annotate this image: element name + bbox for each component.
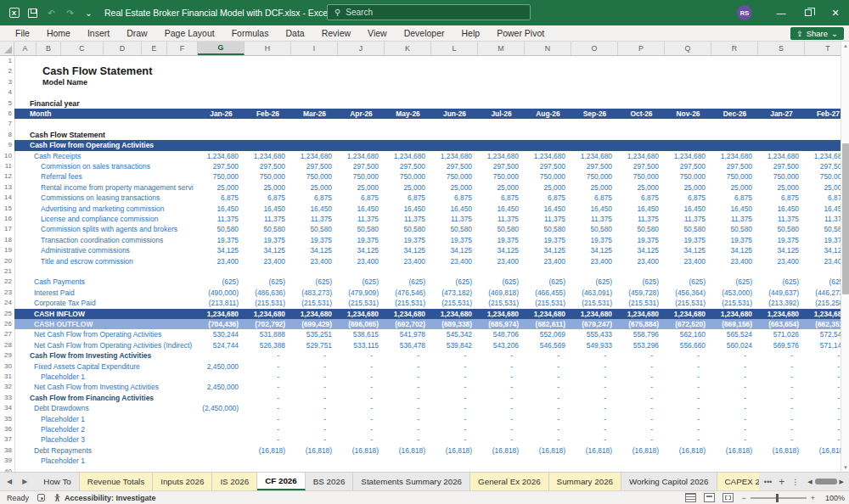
cell[interactable]: (692,702) — [385, 319, 431, 329]
cell[interactable]: - — [431, 382, 478, 392]
column-header-A[interactable]: A — [14, 42, 37, 55]
row-number-11[interactable]: 11 — [0, 161, 12, 171]
row-label[interactable]: Net Cash Flow from Investing Activities — [34, 382, 216, 392]
cell[interactable]: 1,234,680 — [431, 151, 478, 161]
cell[interactable]: 539,842 — [431, 340, 478, 350]
cell[interactable]: 750,000 — [198, 171, 245, 182]
row-label[interactable]: Placeholder 1 — [41, 456, 222, 466]
row-label[interactable]: Placeholder 2 — [41, 424, 222, 434]
row-number-4[interactable]: 4 — [0, 87, 12, 98]
hscroll-right-icon[interactable]: ▶ — [840, 479, 844, 485]
cell[interactable]: (476,546) — [385, 288, 431, 298]
cell[interactable]: 50,580 — [571, 224, 618, 234]
cell[interactable]: 50,580 — [245, 224, 291, 234]
column-header-E[interactable]: E — [142, 42, 167, 55]
tab-splitter-handle[interactable]: ⋮ — [791, 478, 799, 486]
row-label[interactable]: Fixed Assets Capital Expenditure — [34, 361, 216, 372]
row-number-32[interactable]: 32 — [0, 382, 12, 392]
row-label[interactable]: Advertising and marketing commission — [41, 204, 222, 214]
cell[interactable]: (685,974) — [478, 319, 525, 329]
cell[interactable]: 546,569 — [525, 340, 571, 350]
avatar[interactable]: RS — [737, 5, 752, 20]
cell[interactable]: 1,234,680 — [525, 309, 571, 319]
cell[interactable]: 19,375 — [338, 235, 385, 245]
cell[interactable]: Mar-26 — [291, 109, 338, 119]
row-number-17[interactable]: 17 — [0, 224, 12, 234]
cell[interactable]: 11,375 — [711, 214, 758, 224]
ribbon-tab-home[interactable]: Home — [38, 25, 79, 42]
more-sheets-button[interactable]: ••• — [764, 478, 772, 486]
row-label[interactable]: Placeholder 1 — [41, 372, 222, 382]
cell[interactable]: 25,000 — [478, 182, 525, 193]
cell[interactable]: - — [711, 434, 758, 445]
row-label[interactable]: Cash Receipts — [34, 151, 216, 161]
cell[interactable]: (449,637) — [758, 288, 805, 298]
cell[interactable]: 6,875 — [385, 193, 431, 203]
cell[interactable]: Sep-26 — [571, 109, 618, 119]
cell[interactable]: 1,234,680 — [385, 151, 431, 161]
cell[interactable]: Jan-26 — [198, 109, 245, 119]
cell[interactable]: 2,450,000 — [198, 361, 245, 372]
row-number-24[interactable]: 24 — [0, 298, 12, 308]
cell[interactable]: 19,375 — [478, 235, 525, 245]
cell[interactable]: - — [571, 393, 618, 403]
cell[interactable]: - — [665, 424, 711, 434]
cell[interactable]: 560,024 — [711, 340, 758, 350]
cell[interactable]: - — [525, 414, 571, 424]
cell[interactable]: (625) — [245, 277, 291, 287]
restore-button[interactable] — [795, 0, 822, 25]
cell[interactable]: (625) — [665, 277, 711, 287]
cell[interactable]: 1,234,680 — [571, 309, 618, 319]
row-number-9[interactable]: 9 — [0, 140, 12, 150]
cell[interactable]: 1,234,680 — [711, 151, 758, 161]
cell[interactable]: - — [291, 434, 338, 445]
sheet-nav-left-icon[interactable]: ◀ — [7, 478, 12, 485]
cell[interactable]: - — [711, 424, 758, 434]
cell[interactable]: 750,000 — [758, 171, 805, 182]
cell[interactable]: - — [618, 424, 665, 434]
cell[interactable]: 19,375 — [245, 235, 291, 245]
cell[interactable]: 19,375 — [431, 235, 478, 245]
row-label[interactable]: Model Name — [42, 77, 224, 87]
ribbon-tab-view[interactable]: View — [359, 25, 396, 42]
cell[interactable]: 1,234,680 — [198, 309, 245, 319]
cell[interactable]: - — [618, 434, 665, 445]
vscroll-thumb[interactable] — [842, 143, 849, 294]
cell[interactable]: - — [338, 424, 385, 434]
cell[interactable]: 297,500 — [431, 161, 478, 171]
column-header-P[interactable]: P — [618, 42, 665, 55]
cell[interactable]: - — [385, 424, 431, 434]
sheet-tab-how-to[interactable]: How To — [36, 473, 80, 490]
ribbon-tab-developer[interactable]: Developer — [396, 25, 453, 42]
cell[interactable]: - — [525, 403, 571, 413]
cell[interactable]: - — [291, 424, 338, 434]
row-label[interactable]: Debt Drawdowns — [34, 403, 216, 413]
cell[interactable]: 531,888 — [245, 329, 291, 339]
cell[interactable]: - — [525, 372, 571, 382]
cell[interactable]: 25,000 — [571, 182, 618, 193]
cell[interactable]: - — [571, 414, 618, 424]
cell[interactable]: (469,818) — [478, 288, 525, 298]
cell[interactable]: 11,375 — [571, 214, 618, 224]
cell[interactable]: - — [338, 403, 385, 413]
cell[interactable]: - — [525, 350, 571, 361]
cell[interactable]: 750,000 — [525, 171, 571, 182]
cell[interactable]: - — [525, 393, 571, 403]
row-label[interactable]: Cash Flow from Financing Activities — [30, 393, 211, 403]
cell[interactable]: 50,580 — [385, 224, 431, 234]
row-number-20[interactable]: 20 — [0, 256, 12, 266]
cell[interactable]: 23,400 — [571, 256, 618, 266]
row-number-29[interactable]: 29 — [0, 350, 12, 361]
cell[interactable]: (486,636) — [245, 288, 291, 298]
cell[interactable]: 6,875 — [618, 193, 665, 203]
cell[interactable]: Apr-26 — [338, 109, 385, 119]
sheet-tab-general-ex-2026[interactable]: General Ex 2026 — [470, 473, 549, 490]
cell[interactable]: (213,811) — [198, 298, 245, 308]
cell[interactable]: 16,450 — [758, 204, 805, 214]
qat-customize-caret-icon[interactable]: ⌄ — [83, 8, 94, 18]
cell[interactable]: 19,375 — [571, 235, 618, 245]
cell[interactable]: 1,234,680 — [245, 309, 291, 319]
cell[interactable]: - — [525, 424, 571, 434]
column-header-F[interactable]: F — [167, 42, 198, 55]
row-number-36[interactable]: 36 — [0, 424, 12, 434]
